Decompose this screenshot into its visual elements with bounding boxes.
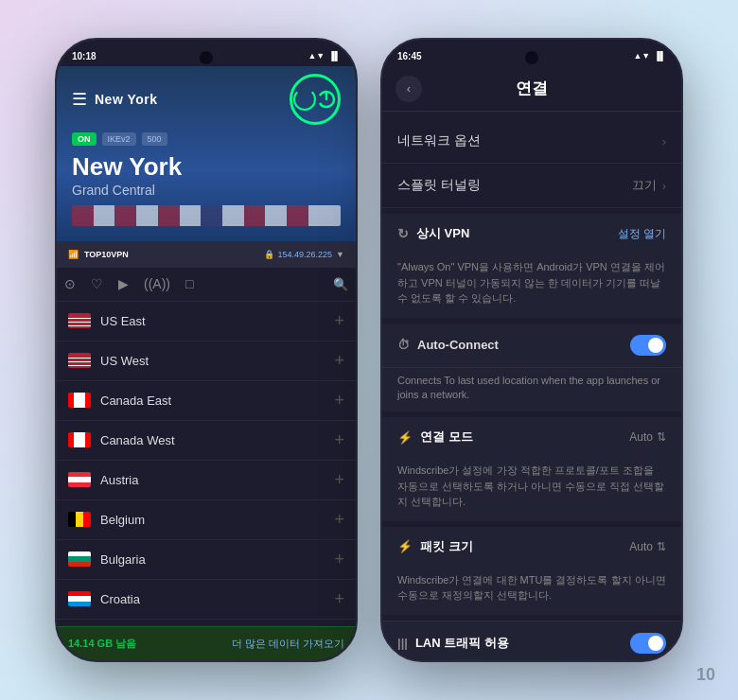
settings-title: 연결: [516, 78, 548, 99]
us-flag-stripes: [72, 205, 341, 226]
connection-mode-row[interactable]: ⚡ 연결 모드 Auto ⇅: [382, 417, 681, 457]
windscribe-logo: New York: [95, 92, 158, 107]
add-canada-west-icon[interactable]: +: [334, 430, 344, 450]
server-item-us-east[interactable]: US East +: [57, 302, 356, 341]
flag-us-east: [68, 313, 91, 328]
lan-row: ||| LAN 트래픽 허용: [382, 621, 681, 660]
phone-2: 16:45 ▲▼ ▐▌ ‹ 연결 네트워크 옵션 ›: [380, 38, 683, 662]
add-austria-icon[interactable]: +: [334, 470, 344, 490]
server-item-croatia[interactable]: Croatia +: [57, 580, 356, 620]
add-canada-east-icon[interactable]: +: [334, 391, 344, 411]
connection-mode-desc: Windscribe가 설정에 가장 적합한 프로토콜/포트 조합을 자동으로 …: [382, 457, 681, 521]
chevron-right-icon-2: ›: [662, 179, 666, 193]
status-icons-2: ▲▼ ▐▌: [633, 51, 666, 61]
time-2: 16:45: [397, 51, 422, 61]
network-options-label: 네트워크 옵션: [397, 132, 481, 149]
server-name-bulgaria: Bulgaria: [100, 552, 325, 567]
connection-mode-value: Auto ⇅: [629, 430, 666, 444]
hamburger-icon[interactable]: ☰: [72, 89, 87, 110]
back-button[interactable]: ‹: [395, 76, 422, 102]
packet-size-row[interactable]: ⚡ 패킷 크기 Auto ⇅: [382, 527, 681, 567]
network-options-row[interactable]: 네트워크 옵션 ›: [382, 119, 681, 164]
flag-canada-east: [68, 393, 91, 408]
wifi-icon: 📶: [68, 250, 79, 259]
server-name-belgium: Belgium: [100, 513, 325, 527]
power-icon: [316, 89, 337, 110]
vpn-header: ☰ New York ON IKEv2 500 New York: [57, 66, 356, 241]
server-list: US East + US West + Canada East + Canada…: [57, 302, 356, 626]
get-more-data-link[interactable]: 더 많은 데이터 가져오기: [232, 637, 344, 651]
vpn-badges: ON IKEv2 500: [72, 132, 341, 146]
packet-icon: ⚡: [397, 539, 413, 553]
always-on-text: 상시 VPN: [416, 225, 469, 242]
split-tunneling-value: 끄기: [632, 177, 657, 194]
lan-icon: |||: [397, 636, 408, 650]
filter-tab-type[interactable]: □: [185, 276, 193, 291]
filter-tab-recent[interactable]: ▶: [118, 276, 129, 291]
auto-connect-toggle[interactable]: [630, 335, 666, 356]
network-name: TOP10VPN: [84, 250, 129, 259]
filter-tab-all[interactable]: ⊙: [64, 276, 76, 291]
server-item-belgium[interactable]: Belgium +: [57, 500, 356, 540]
server-name-croatia: Croatia: [100, 592, 325, 606]
bottom-bar: 14.14 GB 남음 더 많은 데이터 가져오기: [57, 626, 356, 660]
always-on-desc: "Always On" VPN을 사용하면 Android가 VPN 연결을 제…: [382, 254, 681, 318]
filter-tab-latency[interactable]: ((A)): [144, 276, 170, 291]
chevron-down-icon: ▼: [336, 250, 344, 259]
time-1: 10:18: [72, 51, 97, 61]
server-item-austria[interactable]: Austria +: [57, 461, 356, 500]
battery-icon-2: ▐▌: [654, 51, 666, 61]
server-item-us-west[interactable]: US West +: [57, 341, 356, 381]
packet-size-val: Auto: [629, 540, 653, 553]
packet-chevron-icon: ⇅: [657, 540, 666, 553]
server-name-us-west: US West: [100, 354, 325, 368]
lock-icon: 🔒: [264, 250, 274, 259]
always-on-row: ↻ 상시 VPN 설정 열기: [382, 214, 681, 254]
filter-tabs: ⊙ ♡ ▶ ((A)) □ 🔍: [57, 268, 356, 302]
battery-icon-1: ▐▌: [328, 51, 341, 61]
lan-section: ||| LAN 트래픽 허용 Windscribe에 연결되어 있는 동안 동일…: [382, 621, 681, 660]
network-options-right: ›: [662, 134, 666, 149]
settings-open-button[interactable]: 설정 열기: [618, 226, 666, 242]
data-remaining: 14.14 GB 남음: [68, 637, 136, 651]
auto-connect-desc: Connects To last used location when the …: [382, 368, 681, 412]
server-item-canada-east[interactable]: Canada East +: [57, 381, 356, 421]
packet-size-section: ⚡ 패킷 크기 Auto ⇅ Windscribe가 연결에 대한 MTU를 결…: [382, 527, 681, 615]
connection-mode-val: Auto: [629, 430, 653, 444]
add-croatia-icon[interactable]: +: [334, 589, 344, 609]
flag-belgium: [68, 512, 91, 527]
lan-text: LAN 트래픽 허용: [415, 635, 509, 652]
split-tunneling-right: 끄기 ›: [632, 177, 666, 194]
always-on-label: ↻ 상시 VPN: [397, 225, 469, 242]
connection-mode-label: ⚡ 연결 모드: [397, 429, 473, 446]
badge-on: ON: [72, 132, 97, 146]
auto-connect-row: ⏱ Auto-Connect: [382, 324, 681, 368]
connection-mode-section: ⚡ 연결 모드 Auto ⇅ Windscribe가 설정에 가장 적합한 프로…: [382, 417, 681, 521]
search-icon[interactable]: 🔍: [333, 277, 348, 291]
server-item-cyprus[interactable]: Cyprus +: [57, 620, 356, 626]
phone2-notch: [525, 51, 538, 64]
server-item-bulgaria[interactable]: Bulgaria +: [57, 540, 356, 580]
add-bulgaria-icon[interactable]: +: [334, 550, 344, 569]
add-us-east-icon[interactable]: +: [334, 311, 344, 331]
server-item-canada-west[interactable]: Canada West +: [57, 421, 356, 461]
auto-connect-label: ⏱ Auto-Connect: [397, 338, 499, 352]
power-button[interactable]: [290, 74, 341, 125]
location-name: New York: [72, 153, 341, 181]
add-belgium-icon[interactable]: +: [334, 510, 344, 530]
packet-size-value: Auto ⇅: [629, 540, 666, 553]
split-tunneling-row[interactable]: 스플릿 터널링 끄기 ›: [382, 164, 681, 208]
split-tunneling-label: 스플릿 터널링: [397, 177, 481, 194]
vpn-top-bar: ☰ New York: [72, 74, 341, 125]
lan-toggle[interactable]: [630, 633, 666, 654]
bolt-icon: ⚡: [397, 430, 413, 445]
server-name-us-east: US East: [100, 314, 325, 328]
filter-tab-favorites[interactable]: ♡: [91, 276, 103, 291]
phones-container: 10:18 ▲▼ ▐▌ ☰ New York: [55, 38, 683, 662]
phone-notch: [200, 51, 213, 64]
timer-icon: ⏱: [397, 338, 410, 352]
packet-size-label: ⚡ 패킷 크기: [397, 538, 473, 555]
connection-mode-text: 연결 모드: [420, 429, 473, 446]
add-us-west-icon[interactable]: +: [334, 351, 344, 371]
always-on-section: ↻ 상시 VPN 설정 열기 "Always On" VPN을 사용하면 And…: [382, 214, 681, 318]
